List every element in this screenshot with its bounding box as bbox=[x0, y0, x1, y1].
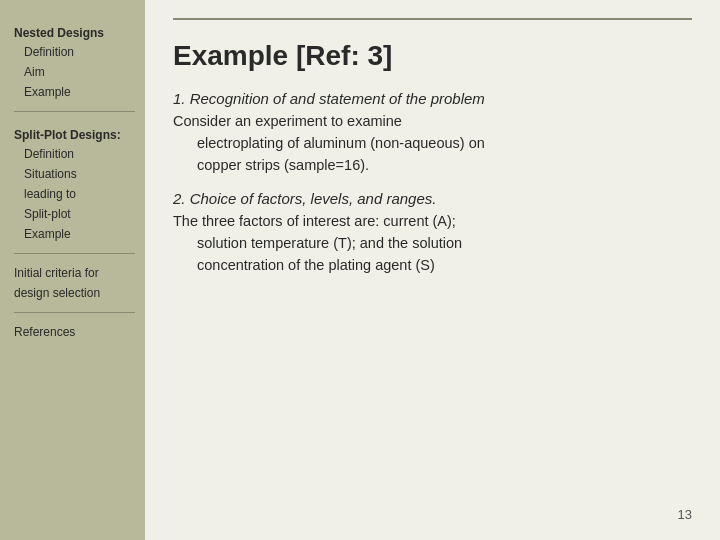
sidebar-nested-designs-title[interactable]: Nested Designs bbox=[14, 26, 135, 40]
sidebar-split-plot-title[interactable]: Split-Plot Designs: bbox=[14, 128, 135, 142]
sidebar-divider bbox=[14, 111, 135, 112]
sidebar-item-references[interactable]: References bbox=[14, 323, 135, 341]
section-2: 2. Choice of factors, levels, and ranges… bbox=[173, 190, 692, 276]
sidebar-item-nd-aim[interactable]: Aim bbox=[14, 63, 135, 81]
sidebar-item-sp-situations[interactable]: Situations bbox=[14, 165, 135, 183]
main-content: Example [Ref: 3] 1. Recognition of and s… bbox=[145, 0, 720, 540]
sidebar-item-sp-leading-to[interactable]: leading to bbox=[14, 185, 135, 203]
section1-line1: Consider an experiment to examine bbox=[173, 113, 402, 129]
sidebar-item-sp-definition[interactable]: Definition bbox=[14, 145, 135, 163]
section2-line3: concentration of the plating agent (S) bbox=[173, 255, 692, 277]
section2-line2: solution temperature (T); and the soluti… bbox=[173, 233, 692, 255]
content-area: 1. Recognition of and statement of the p… bbox=[173, 90, 692, 522]
sidebar-item-nd-definition[interactable]: Definition bbox=[14, 43, 135, 61]
sidebar-item-sp-example[interactable]: Example bbox=[14, 225, 135, 243]
sidebar-item-initial-criteria[interactable]: Initial criteria for bbox=[14, 264, 135, 282]
section1-body: Consider an experiment to examine electr… bbox=[173, 111, 692, 176]
section1-heading: 1. Recognition of and statement of the p… bbox=[173, 90, 692, 107]
title-accent-bar bbox=[173, 18, 692, 20]
sidebar-divider-3 bbox=[14, 312, 135, 313]
section2-body: The three factors of interest are: curre… bbox=[173, 211, 692, 276]
section2-line1: The three factors of interest are: curre… bbox=[173, 213, 456, 229]
page-number: 13 bbox=[173, 499, 692, 522]
slide-title: Example [Ref: 3] bbox=[173, 40, 692, 72]
section1-line2: electroplating of aluminum (non-aqueous)… bbox=[173, 133, 692, 155]
section2-heading: 2. Choice of factors, levels, and ranges… bbox=[173, 190, 692, 207]
section-1: 1. Recognition of and statement of the p… bbox=[173, 90, 692, 176]
sidebar-item-design-selection[interactable]: design selection bbox=[14, 284, 135, 302]
sidebar-item-nd-example[interactable]: Example bbox=[14, 83, 135, 101]
sidebar-item-sp-split-plot[interactable]: Split-plot bbox=[14, 205, 135, 223]
sidebar: Nested Designs Definition Aim Example Sp… bbox=[0, 0, 145, 540]
sidebar-divider-2 bbox=[14, 253, 135, 254]
section1-line3: copper strips (sample=16). bbox=[173, 155, 692, 177]
